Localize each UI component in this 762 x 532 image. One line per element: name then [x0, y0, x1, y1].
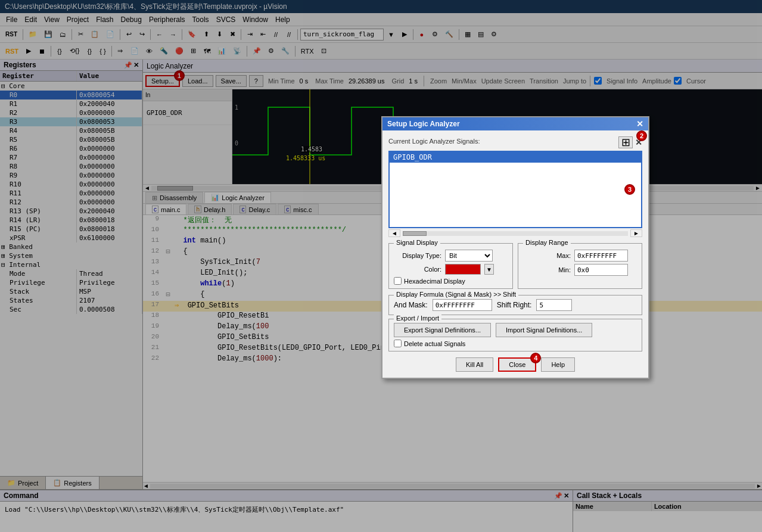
- cursor-checkbox[interactable]: [674, 77, 682, 85]
- help-btn[interactable]: Help: [541, 357, 575, 372]
- color-dropdown-btn[interactable]: ▼: [484, 264, 494, 275]
- system-toggle[interactable]: ⊞: [1, 252, 5, 260]
- menu-file[interactable]: File: [2, 15, 21, 24]
- menu-svcs[interactable]: SVCS: [213, 15, 240, 24]
- command-close-btn[interactable]: ✕: [564, 492, 569, 500]
- la-save-btn[interactable]: Save...: [216, 75, 247, 87]
- setup-la-dialog[interactable]: Setup Logic Analyzer ✕ Current Logic Ana…: [381, 116, 649, 379]
- table-row[interactable]: States 2107: [0, 296, 142, 305]
- table-row[interactable]: R9 0x0000000: [0, 171, 142, 180]
- registers-scroll[interactable]: Register Value ⊟ Core R0: [0, 71, 142, 476]
- la-scroll-left[interactable]: ◄: [144, 185, 150, 191]
- andmask-input[interactable]: [433, 299, 492, 311]
- debug-pin-btn[interactable]: 📌: [250, 45, 264, 58]
- table-row[interactable]: R13 (SP) 0x2000040: [0, 207, 142, 216]
- add-signal-btn[interactable]: ⊞: [618, 136, 633, 148]
- table-row[interactable]: R12 0x0000000: [0, 198, 142, 207]
- table-row[interactable]: Stack MSP: [0, 287, 142, 296]
- import-signal-btn[interactable]: Import Signal Definitions...: [496, 323, 592, 337]
- function-input[interactable]: [300, 29, 384, 41]
- table-row[interactable]: R14 (LR) 0x0800018: [0, 216, 142, 225]
- export-signal-btn[interactable]: Export Signal Definitions...: [394, 323, 491, 337]
- menu-project[interactable]: Project: [63, 15, 92, 24]
- tab-disassembly[interactable]: ⊞ Disassembly: [145, 192, 203, 203]
- tab-misc-c[interactable]: c misc.c: [278, 204, 318, 214]
- close-btn[interactable]: Close 4: [498, 357, 536, 372]
- debug-arrow-btn[interactable]: ⇒: [114, 45, 126, 58]
- registers-close-btn[interactable]: ✕: [133, 61, 139, 69]
- la-load-btn[interactable]: Load...: [182, 75, 213, 87]
- callstack-content[interactable]: Name Location: [573, 502, 762, 532]
- cols-btn[interactable]: ▤: [475, 28, 487, 41]
- code-scroll-left[interactable]: ◄: [143, 483, 149, 489]
- undo-btn[interactable]: ↩: [123, 28, 135, 41]
- redo-btn[interactable]: ↪: [136, 28, 148, 41]
- table-row[interactable]: Sec 0.0000508: [0, 305, 142, 314]
- grid-btn[interactable]: ▦: [462, 28, 474, 41]
- internal-toggle[interactable]: ⊟: [1, 261, 5, 269]
- settings-btn[interactable]: ⚙: [488, 28, 500, 41]
- comment-btn[interactable]: //: [270, 28, 282, 41]
- table-row[interactable]: R6 0x0000000: [0, 144, 142, 153]
- prev-bookmark-btn[interactable]: ⬆: [200, 28, 212, 41]
- debug-stop-btn[interactable]: ⏹: [36, 45, 48, 58]
- signal-info-checkbox[interactable]: [594, 77, 602, 85]
- command-content[interactable]: Load "C:\\Users\\hp\\Desktop\\KU\\stm32\…: [0, 502, 573, 532]
- save-all-btn[interactable]: 🗂: [57, 28, 69, 41]
- save-btn[interactable]: 💾: [41, 28, 55, 41]
- debug-logic-btn[interactable]: 📡: [230, 45, 244, 58]
- menu-view[interactable]: View: [41, 15, 63, 24]
- signal-item-gpiob[interactable]: GPIOB_ODR: [390, 152, 641, 163]
- min-input[interactable]: [574, 264, 628, 276]
- delete-actual-checkbox[interactable]: [394, 340, 402, 347]
- debug-final-btn[interactable]: ⊡: [318, 45, 330, 58]
- tab-project[interactable]: 📁 Project: [0, 477, 46, 489]
- signal-scroll-track[interactable]: [403, 231, 628, 236]
- rst-btn[interactable]: RST: [2, 28, 20, 41]
- nav-fwd-btn[interactable]: →: [167, 28, 179, 41]
- killall-btn[interactable]: Kill All: [456, 357, 493, 372]
- code-scroll-right[interactable]: ►: [756, 483, 762, 489]
- func-dropdown-btn[interactable]: ▼: [385, 28, 397, 41]
- indent-btn[interactable]: ⇥: [244, 28, 256, 41]
- table-row[interactable]: Mode Thread: [0, 269, 142, 278]
- signal-list[interactable]: GPIOB_ODR 3: [388, 151, 642, 228]
- copy-btn[interactable]: 📋: [88, 28, 102, 41]
- debug-curly-btn[interactable]: ⟲{}: [67, 45, 82, 58]
- fold-12[interactable]: ⊟: [164, 247, 172, 256]
- registers-pin-btn[interactable]: 📌: [124, 61, 132, 69]
- paste-btn[interactable]: 📄: [103, 28, 117, 41]
- tab-delay-c[interactable]: c Delay.c: [233, 204, 276, 214]
- banked-toggle[interactable]: ⊞: [1, 243, 5, 251]
- table-row[interactable]: Privilege Privilege: [0, 278, 142, 287]
- fold-16[interactable]: ⊟: [164, 290, 172, 299]
- table-row[interactable]: R11 0x0000000: [0, 189, 142, 198]
- table-row[interactable]: R5 0x080005B: [0, 135, 142, 144]
- debug-extra-btn[interactable]: 🔧: [278, 45, 293, 58]
- signal-scroll-left[interactable]: ◄: [388, 229, 400, 237]
- nav-back-btn[interactable]: ←: [153, 28, 166, 41]
- menu-edit[interactable]: Edit: [21, 15, 41, 24]
- debug-breakpts-btn[interactable]: 🔴: [172, 45, 186, 58]
- debug-rtx-btn[interactable]: RTX: [298, 45, 317, 58]
- table-row[interactable]: R15 (PC) 0x0800018: [0, 225, 142, 234]
- shiftright-input[interactable]: [536, 299, 572, 311]
- menu-flash[interactable]: Flash: [92, 15, 117, 24]
- debug-config-btn[interactable]: ⚙: [265, 45, 277, 58]
- debug-rst-btn[interactable]: RST: [2, 45, 21, 58]
- max-input[interactable]: [574, 250, 628, 262]
- table-row[interactable]: R7 0x0000000: [0, 153, 142, 162]
- color-picker[interactable]: [445, 264, 481, 275]
- debug-asm-btn[interactable]: { }: [97, 45, 108, 58]
- debug-step-btn[interactable]: 📄: [127, 45, 142, 58]
- tab-delay-h[interactable]: h Delay.h: [188, 204, 232, 214]
- core-toggle[interactable]: ⊟: [1, 82, 5, 90]
- menu-debug[interactable]: Debug: [117, 15, 145, 24]
- debug-play-btn[interactable]: ▶: [23, 45, 35, 58]
- debug-search-btn[interactable]: ●: [416, 28, 428, 41]
- unindent-btn[interactable]: ⇤: [257, 28, 269, 41]
- la-help-btn[interactable]: ?: [249, 75, 263, 87]
- debug-braces-btn[interactable]: {}: [54, 45, 66, 58]
- cut-btn[interactable]: ✂: [74, 28, 86, 41]
- debug-perf-btn[interactable]: 📊: [214, 45, 229, 58]
